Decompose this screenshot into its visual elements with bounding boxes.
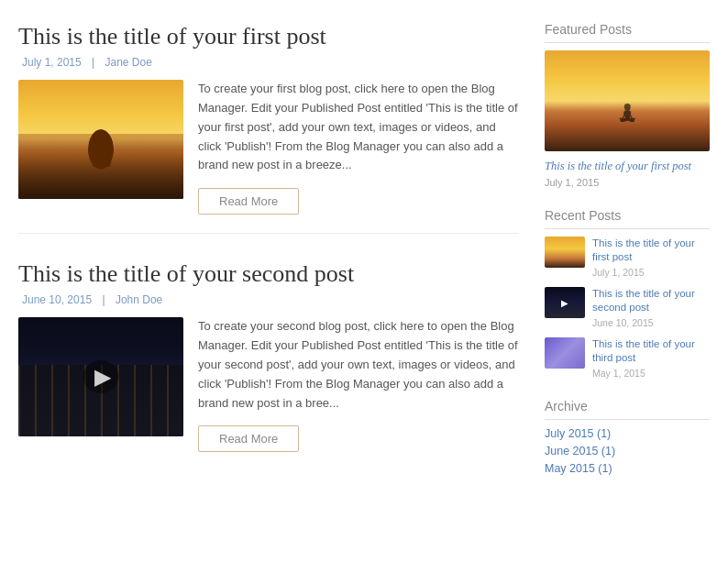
post-text-1: To create your first blog post, click he… [198,80,519,215]
featured-post-title[interactable]: This is the title of your first post [545,159,710,174]
post-date-1: July 1, 2015 [22,56,82,69]
archive-item-2[interactable]: June 2015 (1) [545,445,710,457]
post-body-2: To create your second blog post, click h… [18,317,519,452]
post-title-1: This is the title of your first post [18,22,519,50]
featured-title: Featured Posts [545,22,710,43]
read-more-btn-1[interactable]: Read More [198,188,299,215]
recent-post-title-1[interactable]: This is the title of your first post [592,237,710,265]
post-separator-2: | [102,293,107,306]
post-author-2: John Doe [116,293,162,306]
recent-post-title-2[interactable]: This is the title of your second post [592,287,710,315]
post-description-2: To create your second blog post, click h… [198,317,519,413]
post-image-1 [18,80,183,199]
archive-title: Archive [545,399,710,420]
featured-post-date: July 1, 2015 [545,177,710,188]
recent-post-title-3[interactable]: This is the title of your third post [592,337,710,366]
post-meta-1: July 1, 2015 | Jane Doe [18,56,519,69]
recent-post-item-1: This is the title of your first post Jul… [545,237,710,278]
recent-post-item-3: This is the title of your third post May… [545,337,710,379]
featured-img-inner [545,50,710,151]
archive-item-3[interactable]: May 2015 (1) [545,462,710,475]
post-title-2: This is the title of your second post [18,259,519,288]
recent-thumb-purple-3 [545,337,585,369]
post-text-2: To create your second blog post, click h… [198,317,519,452]
post-description-1: To create your first blog post, click he… [198,80,519,175]
recent-post-item-2: This is the title of your second post Ju… [545,287,710,328]
post-separator-1: | [92,56,97,69]
read-more-btn-2[interactable]: Read More [198,425,299,452]
recent-thumb-3 [545,337,585,369]
archive-item-1[interactable]: July 2015 (1) [545,427,710,440]
post-entry-1: This is the title of your first post Jul… [18,22,519,234]
sidebar: Featured Posts This is the title of your… [545,22,710,495]
recent-title: Recent Posts [545,208,710,229]
reflection [18,151,183,199]
archive-section: Archive July 2015 (1) June 2015 (1) May … [545,399,710,475]
featured-section: Featured Posts This is the title of your… [545,22,710,188]
recent-post-date-3: May 1, 2015 [592,368,710,379]
recent-post-info-1: This is the title of your first post Jul… [592,237,710,278]
recent-thumb-sunset-1 [545,237,585,268]
recent-thumb-city-2 [545,287,585,318]
featured-image [545,50,710,151]
post-entry-2: This is the title of your second post Ju… [18,259,519,470]
recent-section: Recent Posts This is the title of your f… [545,208,710,379]
post-image-2 [18,317,183,436]
recent-thumb-1 [545,237,585,268]
recent-post-date-2: June 10, 2015 [592,317,710,328]
post-date-2: June 10, 2015 [22,293,92,306]
recent-post-info-3: This is the title of your third post May… [592,337,710,379]
post-meta-2: June 10, 2015 | John Doe [18,293,519,306]
post-body-1: To create your first blog post, click he… [18,80,519,215]
recent-post-info-2: This is the title of your second post Ju… [592,287,710,328]
page-container: This is the title of your first post Jul… [0,0,728,562]
city-image [18,317,183,436]
main-posts: This is the title of your first post Jul… [18,22,519,496]
recent-thumb-2 [545,287,585,318]
sunset-image [18,80,183,199]
recent-post-date-1: July 1, 2015 [592,267,710,278]
content-layout: This is the title of your first post Jul… [18,22,710,496]
post-author-1: Jane Doe [105,56,152,69]
